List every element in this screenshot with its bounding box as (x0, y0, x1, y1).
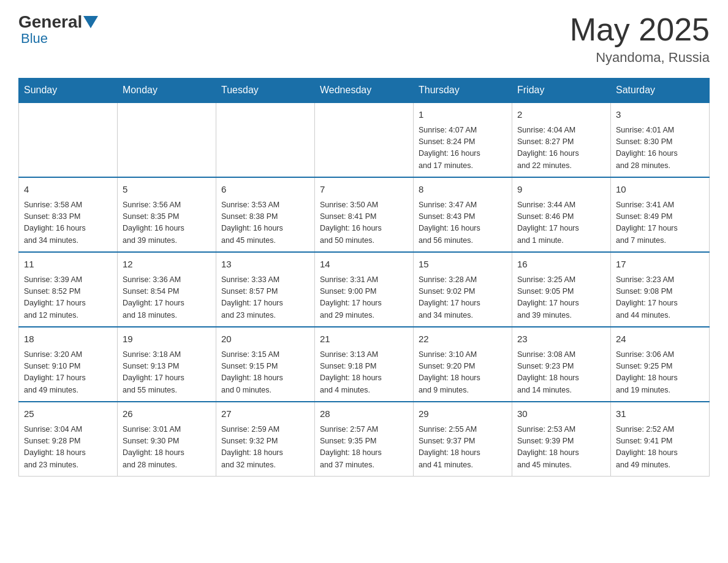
day-number: 6 (221, 183, 309, 197)
day-number: 4 (24, 183, 112, 197)
calendar-week-row: 25Sunrise: 3:04 AM Sunset: 9:28 PM Dayli… (19, 402, 710, 477)
day-number: 22 (419, 332, 507, 347)
calendar-header-friday: Friday (512, 79, 611, 103)
day-info: Sunrise: 3:28 AM Sunset: 9:02 PM Dayligh… (419, 274, 507, 322)
calendar-cell: 17Sunrise: 3:23 AM Sunset: 9:08 PM Dayli… (611, 252, 710, 327)
day-info: Sunrise: 3:13 AM Sunset: 9:18 PM Dayligh… (320, 349, 408, 397)
day-number: 15 (419, 258, 507, 272)
calendar-header-thursday: Thursday (414, 79, 512, 103)
calendar-cell: 9Sunrise: 3:44 AM Sunset: 8:46 PM Daylig… (512, 177, 611, 252)
calendar-week-row: 4Sunrise: 3:58 AM Sunset: 8:33 PM Daylig… (19, 177, 710, 252)
day-number: 27 (221, 407, 309, 421)
calendar-cell: 8Sunrise: 3:47 AM Sunset: 8:43 PM Daylig… (414, 177, 512, 252)
day-info: Sunrise: 3:25 AM Sunset: 9:05 PM Dayligh… (517, 274, 605, 322)
day-info: Sunrise: 3:06 AM Sunset: 9:25 PM Dayligh… (616, 349, 704, 397)
calendar-cell: 30Sunrise: 2:53 AM Sunset: 9:39 PM Dayli… (512, 402, 611, 477)
day-info: Sunrise: 3:08 AM Sunset: 9:23 PM Dayligh… (517, 349, 605, 397)
day-number: 12 (123, 258, 211, 272)
calendar-cell (118, 102, 216, 177)
day-info: Sunrise: 2:53 AM Sunset: 9:39 PM Dayligh… (517, 424, 605, 472)
calendar-cell: 22Sunrise: 3:10 AM Sunset: 9:20 PM Dayli… (414, 327, 512, 402)
day-info: Sunrise: 2:55 AM Sunset: 9:37 PM Dayligh… (419, 424, 507, 472)
calendar-cell: 4Sunrise: 3:58 AM Sunset: 8:33 PM Daylig… (19, 177, 118, 252)
day-info: Sunrise: 3:39 AM Sunset: 8:52 PM Dayligh… (24, 274, 112, 322)
calendar-cell: 12Sunrise: 3:36 AM Sunset: 8:54 PM Dayli… (118, 252, 216, 327)
day-info: Sunrise: 3:20 AM Sunset: 9:10 PM Dayligh… (24, 349, 112, 397)
calendar-cell: 20Sunrise: 3:15 AM Sunset: 9:15 PM Dayli… (216, 327, 315, 402)
calendar-header-sunday: Sunday (19, 79, 118, 103)
title-section: May 2025 Nyandoma, Russia (570, 12, 710, 66)
calendar-cell: 26Sunrise: 3:01 AM Sunset: 9:30 PM Dayli… (118, 402, 216, 477)
day-info: Sunrise: 3:47 AM Sunset: 8:43 PM Dayligh… (419, 199, 507, 247)
location-subtitle: Nyandoma, Russia (570, 50, 710, 66)
calendar-cell: 7Sunrise: 3:50 AM Sunset: 8:41 PM Daylig… (315, 177, 414, 252)
day-number: 10 (616, 183, 704, 197)
calendar-cell: 18Sunrise: 3:20 AM Sunset: 9:10 PM Dayli… (19, 327, 118, 402)
calendar-cell: 16Sunrise: 3:25 AM Sunset: 9:05 PM Dayli… (512, 252, 611, 327)
day-info: Sunrise: 3:18 AM Sunset: 9:13 PM Dayligh… (123, 349, 211, 397)
day-number: 14 (320, 258, 408, 272)
calendar-cell: 21Sunrise: 3:13 AM Sunset: 9:18 PM Dayli… (315, 327, 414, 402)
calendar-header-monday: Monday (118, 79, 216, 103)
day-number: 20 (221, 332, 309, 347)
day-number: 8 (419, 183, 507, 197)
day-info: Sunrise: 3:56 AM Sunset: 8:35 PM Dayligh… (123, 199, 211, 247)
day-info: Sunrise: 4:01 AM Sunset: 8:30 PM Dayligh… (616, 124, 704, 172)
day-info: Sunrise: 3:53 AM Sunset: 8:38 PM Dayligh… (221, 199, 309, 247)
calendar-cell: 27Sunrise: 2:59 AM Sunset: 9:32 PM Dayli… (216, 402, 315, 477)
day-number: 2 (517, 108, 605, 122)
calendar-cell: 2Sunrise: 4:04 AM Sunset: 8:27 PM Daylig… (512, 102, 611, 177)
day-info: Sunrise: 3:36 AM Sunset: 8:54 PM Dayligh… (123, 274, 211, 322)
calendar-week-row: 1Sunrise: 4:07 AM Sunset: 8:24 PM Daylig… (19, 102, 710, 177)
day-number: 21 (320, 332, 408, 347)
day-info: Sunrise: 3:50 AM Sunset: 8:41 PM Dayligh… (320, 199, 408, 247)
day-number: 23 (517, 332, 605, 347)
day-number: 30 (517, 407, 605, 421)
day-number: 16 (517, 258, 605, 272)
day-info: Sunrise: 2:57 AM Sunset: 9:35 PM Dayligh… (320, 424, 408, 472)
calendar-cell (19, 102, 118, 177)
day-info: Sunrise: 3:10 AM Sunset: 9:20 PM Dayligh… (419, 349, 507, 397)
calendar-table: SundayMondayTuesdayWednesdayThursdayFrid… (18, 78, 710, 477)
day-number: 5 (123, 183, 211, 197)
calendar-header-saturday: Saturday (611, 79, 710, 103)
calendar-cell: 14Sunrise: 3:31 AM Sunset: 9:00 PM Dayli… (315, 252, 414, 327)
day-info: Sunrise: 3:31 AM Sunset: 9:00 PM Dayligh… (320, 274, 408, 322)
day-number: 7 (320, 183, 408, 197)
logo-triangle-icon (83, 16, 98, 28)
day-number: 18 (24, 332, 112, 347)
day-info: Sunrise: 3:33 AM Sunset: 8:57 PM Dayligh… (221, 274, 309, 322)
day-info: Sunrise: 2:52 AM Sunset: 9:41 PM Dayligh… (616, 424, 704, 472)
calendar-cell: 23Sunrise: 3:08 AM Sunset: 9:23 PM Dayli… (512, 327, 611, 402)
calendar-cell: 19Sunrise: 3:18 AM Sunset: 9:13 PM Dayli… (118, 327, 216, 402)
day-info: Sunrise: 3:44 AM Sunset: 8:46 PM Dayligh… (517, 199, 605, 247)
calendar-cell: 5Sunrise: 3:56 AM Sunset: 8:35 PM Daylig… (118, 177, 216, 252)
logo-blue-text: Blue (21, 31, 48, 47)
calendar-cell: 28Sunrise: 2:57 AM Sunset: 9:35 PM Dayli… (315, 402, 414, 477)
logo: General Blue (18, 12, 99, 47)
day-number: 29 (419, 407, 507, 421)
day-info: Sunrise: 3:01 AM Sunset: 9:30 PM Dayligh… (123, 424, 211, 472)
page-header: General Blue May 2025 Nyandoma, Russia (18, 12, 710, 66)
day-number: 24 (616, 332, 704, 347)
month-year-title: May 2025 (570, 12, 710, 47)
day-number: 28 (320, 407, 408, 421)
day-number: 17 (616, 258, 704, 272)
calendar-cell: 1Sunrise: 4:07 AM Sunset: 8:24 PM Daylig… (414, 102, 512, 177)
calendar-cell: 6Sunrise: 3:53 AM Sunset: 8:38 PM Daylig… (216, 177, 315, 252)
calendar-week-row: 18Sunrise: 3:20 AM Sunset: 9:10 PM Dayli… (19, 327, 710, 402)
calendar-cell: 3Sunrise: 4:01 AM Sunset: 8:30 PM Daylig… (611, 102, 710, 177)
calendar-cell (216, 102, 315, 177)
calendar-cell: 11Sunrise: 3:39 AM Sunset: 8:52 PM Dayli… (19, 252, 118, 327)
day-number: 25 (24, 407, 112, 421)
day-info: Sunrise: 2:59 AM Sunset: 9:32 PM Dayligh… (221, 424, 309, 472)
calendar-header-row: SundayMondayTuesdayWednesdayThursdayFrid… (19, 79, 710, 103)
calendar-header-wednesday: Wednesday (315, 79, 414, 103)
day-number: 13 (221, 258, 309, 272)
day-info: Sunrise: 3:23 AM Sunset: 9:08 PM Dayligh… (616, 274, 704, 322)
day-number: 26 (123, 407, 211, 421)
day-info: Sunrise: 3:58 AM Sunset: 8:33 PM Dayligh… (24, 199, 112, 247)
calendar-cell: 24Sunrise: 3:06 AM Sunset: 9:25 PM Dayli… (611, 327, 710, 402)
calendar-cell: 31Sunrise: 2:52 AM Sunset: 9:41 PM Dayli… (611, 402, 710, 477)
day-info: Sunrise: 3:04 AM Sunset: 9:28 PM Dayligh… (24, 424, 112, 472)
